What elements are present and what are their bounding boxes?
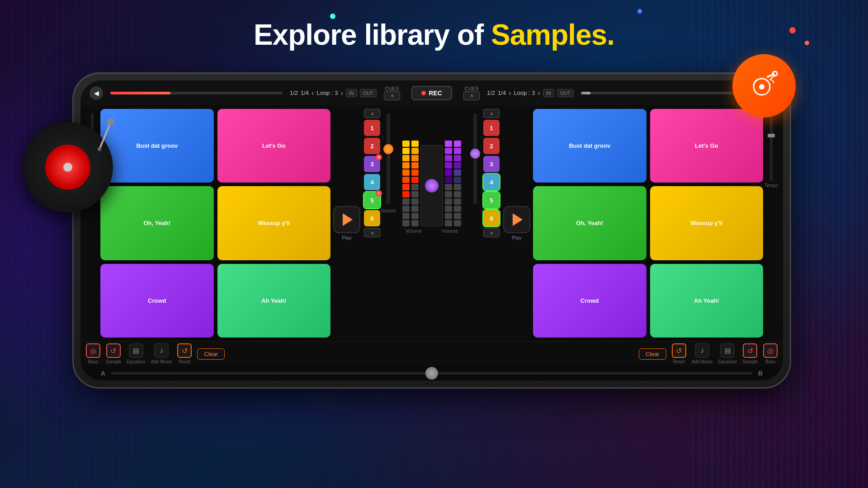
left-clear-button[interactable]: Clear — [197, 348, 225, 360]
left-cues-label: CUES — [385, 86, 399, 91]
left-reset-item[interactable]: ↺ Reset — [177, 343, 192, 364]
left-pad-grid: Bust dat groov Let's Go Oh, Yeah! Wassup… — [100, 109, 330, 338]
right-reset-item[interactable]: ↺ Reset — [672, 343, 686, 364]
left-cue-6[interactable]: 6 — [364, 210, 380, 226]
crossfader-handle[interactable] — [425, 367, 438, 380]
right-volume-handle[interactable] — [470, 149, 480, 159]
vu-seg — [411, 169, 419, 176]
right-equalizer-label: Equalizer — [718, 359, 737, 364]
right-clear-button[interactable]: Clear — [639, 348, 666, 360]
right-sample-item[interactable]: ↺ Sample — [742, 343, 758, 364]
left-cue-1[interactable]: 1 — [364, 120, 380, 136]
right-addmusic-item[interactable]: ♪ Add Music — [692, 343, 713, 364]
left-out-btn[interactable]: OUT — [360, 89, 377, 97]
right-cue-down[interactable]: ∨ — [483, 228, 500, 237]
right-pad-3[interactable]: Oh, Yeah! — [533, 186, 646, 260]
left-play-button[interactable] — [333, 206, 360, 233]
left-cue-up[interactable]: ∧ — [364, 109, 380, 118]
right-play-button[interactable] — [503, 206, 530, 233]
left-cue-5[interactable]: 5 × — [364, 192, 380, 208]
crossfader-left-label: A — [99, 370, 108, 377]
orange-badge[interactable] — [732, 54, 796, 117]
right-pad-2[interactable]: Let's Go — [650, 109, 764, 183]
right-bass-item[interactable]: ◎ Bass — [763, 343, 778, 364]
left-play-icon — [343, 213, 353, 226]
vu-seg — [411, 155, 419, 161]
left-deck-top-controls: ◀ 1/2 1/4 ‹ Loop : 3 › IN OUT — [90, 86, 400, 100]
right-vol-label: Volume — [442, 228, 458, 234]
left-loop-prev[interactable]: ‹ — [311, 89, 314, 97]
right-volume-fader[interactable] — [473, 113, 477, 204]
right-in-btn[interactable]: IN — [543, 89, 554, 97]
vu-seg-off — [445, 206, 452, 212]
right-tempo-handle[interactable] — [768, 134, 775, 137]
left-sample-item[interactable]: ↺ Sample — [106, 343, 121, 364]
left-loop-next[interactable]: › — [340, 89, 343, 97]
left-bass-item[interactable]: ◎ Bass — [86, 343, 100, 364]
top-controls: ◀ 1/2 1/4 ‹ Loop : 3 › IN OUT — [80, 80, 783, 105]
right-out-btn[interactable]: OUT — [557, 89, 574, 97]
right-pad-1[interactable]: Bust dat groov — [533, 109, 646, 183]
crossfader-vertical[interactable] — [420, 145, 443, 226]
left-progress-bar[interactable] — [110, 92, 283, 94]
back-button[interactable]: ◀ — [90, 86, 103, 100]
right-pad-5[interactable]: Crowd — [533, 264, 646, 338]
right-pad-6[interactable]: Ah Yeah! — [650, 264, 764, 338]
vu-seg — [454, 148, 461, 154]
right-cue-4[interactable]: 4 — [483, 174, 500, 190]
svg-point-1 — [759, 84, 764, 89]
vinyl-record — [23, 122, 122, 221]
right-tempo-track[interactable] — [770, 113, 773, 181]
left-pad-4[interactable]: Wassup y'll — [217, 186, 331, 260]
crossfader-right-label: B — [756, 370, 765, 377]
vu-seg — [454, 169, 461, 176]
right-loop-prev[interactable]: ‹ — [509, 89, 511, 97]
left-cue-2[interactable]: 2 — [364, 138, 380, 154]
right-play-label: Play — [512, 235, 521, 240]
left-cue-4[interactable]: 4 — [364, 174, 380, 190]
left-pad-2[interactable]: Let's Go — [217, 109, 331, 183]
left-cue-down[interactable]: ∨ — [364, 228, 380, 237]
right-cue-up[interactable]: ∧ — [483, 109, 500, 118]
vu-seg-off — [454, 198, 461, 205]
left-reset-label: Reset — [179, 359, 190, 364]
vu-seg — [402, 148, 410, 154]
left-cues-up[interactable]: ∧ — [384, 91, 400, 100]
right-bass-label: Bass — [765, 359, 775, 364]
right-cues-up[interactable]: ∧ — [463, 91, 480, 100]
vu-seg-off — [454, 191, 461, 197]
vu-seg-off — [445, 191, 452, 197]
vu-seg — [402, 169, 410, 176]
vu-seg-off — [411, 198, 419, 205]
rec-button[interactable]: REC — [411, 86, 452, 100]
right-loop-next[interactable]: › — [538, 89, 540, 97]
vu-seg-off — [445, 184, 452, 190]
left-volume-handle[interactable] — [383, 144, 393, 154]
left-bass-label: Bass — [88, 359, 98, 364]
right-cue-1[interactable]: 1 — [483, 120, 500, 136]
crossfader-knob[interactable] — [425, 179, 439, 192]
vu-seg — [411, 148, 419, 154]
right-cue-2[interactable]: 2 — [483, 138, 500, 154]
left-equalizer-item[interactable]: ⊟ Equalizer — [127, 343, 146, 364]
left-addmusic-item[interactable]: ♪ Add Music — [151, 343, 172, 364]
vu-seg — [445, 169, 452, 176]
right-equalizer-icon: ⊟ — [720, 343, 735, 358]
crossfader-track[interactable] — [111, 372, 752, 375]
rec-label: REC — [429, 89, 442, 97]
left-volume-fader[interactable] — [387, 113, 390, 204]
right-cue-5[interactable]: 5 — [483, 192, 500, 208]
right-cue-6[interactable]: 6 — [483, 210, 500, 226]
left-in-btn[interactable]: IN — [346, 89, 357, 97]
left-cue-5-delete[interactable]: × — [376, 190, 382, 197]
right-equalizer-item[interactable]: ⊟ Equalizer — [718, 343, 737, 364]
left-pad-6[interactable]: Ah Yeah! — [217, 264, 331, 338]
right-pad-4[interactable]: Wassup y'll — [650, 186, 764, 260]
left-loop-controls: 1/2 1/4 ‹ Loop : 3 › IN OUT — [290, 89, 377, 97]
vu-seg — [402, 162, 410, 169]
left-pad-5[interactable]: Crowd — [100, 264, 214, 338]
left-cue-3[interactable]: 3 × — [364, 156, 380, 172]
right-cue-3[interactable]: 3 — [483, 156, 500, 172]
vu-seg — [454, 162, 461, 169]
left-cue-3-delete[interactable]: × — [376, 154, 382, 160]
